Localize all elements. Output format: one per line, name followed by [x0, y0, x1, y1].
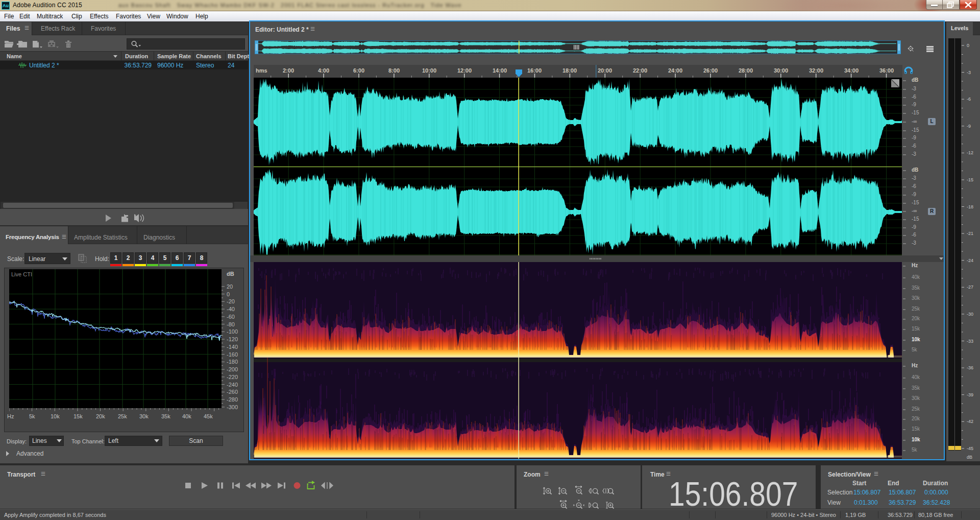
svg-text:Live CTI: Live CTI [11, 271, 32, 277]
